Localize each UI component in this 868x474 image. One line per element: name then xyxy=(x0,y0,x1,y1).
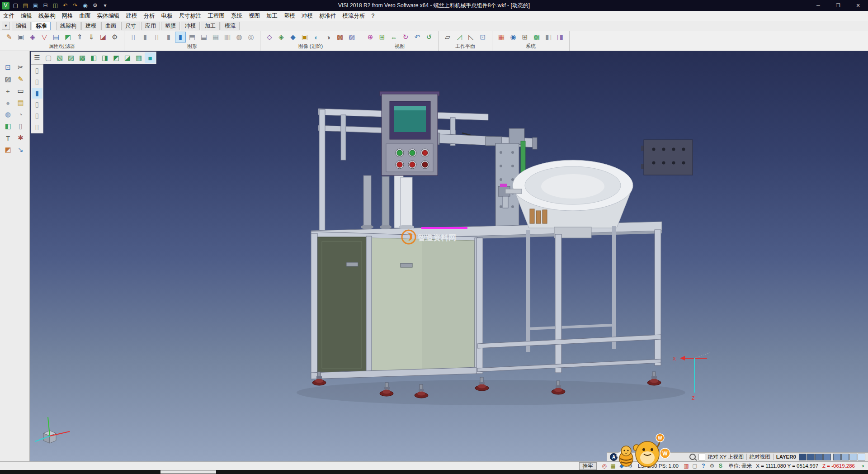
view-selector-box[interactable] xyxy=(698,454,705,460)
grid-settings-icon[interactable]: ▩ xyxy=(531,32,542,43)
pan-view-icon[interactable]: ⇔ xyxy=(388,32,399,43)
element-filter-icon[interactable]: ▽ xyxy=(39,32,50,43)
view-menu-icon[interactable]: ☰ xyxy=(32,52,42,63)
workplane-grid-icon[interactable]: ◨ xyxy=(555,32,566,43)
zoom-window-icon[interactable]: ⊞ xyxy=(377,32,387,43)
new-file-icon[interactable]: ▢ xyxy=(12,2,19,9)
render-material-icon[interactable]: ▩ xyxy=(335,32,345,43)
render-transparent-icon[interactable]: ◐ xyxy=(311,32,322,43)
match-properties-icon[interactable]: ◈ xyxy=(27,32,38,43)
menu-item[interactable]: 曲面 xyxy=(76,11,94,21)
render-status-icon[interactable]: ◑ xyxy=(859,462,866,469)
blank-element-icon[interactable]: ▯ xyxy=(128,32,139,43)
unblank-element-icon[interactable]: ▮ xyxy=(140,32,151,43)
workplane-align-icon[interactable]: ◺ xyxy=(466,32,476,43)
view-left-icon[interactable]: ◧ xyxy=(88,52,99,63)
shade-element-icon[interactable]: ◍ xyxy=(234,32,245,43)
color-filter-icon[interactable]: ◩ xyxy=(62,32,73,43)
zoom-all-icon[interactable]: ⊕ xyxy=(365,32,376,43)
history-icon[interactable]: ◔ xyxy=(15,109,26,120)
pinned-view-1-icon[interactable]: ▯ xyxy=(32,65,42,76)
tab-surface[interactable]: 曲面 xyxy=(101,22,120,30)
trim-icon[interactable]: ✂ xyxy=(15,62,26,73)
preview-icon[interactable]: ◫ xyxy=(52,2,59,9)
tab-dimension[interactable]: 尺寸 xyxy=(121,22,140,30)
document-icon[interactable]: ▢ xyxy=(691,462,698,469)
menu-item[interactable]: 网格 xyxy=(59,11,76,21)
lock-toggle[interactable]: 拴牢 xyxy=(579,462,597,470)
sphere-icon[interactable]: ● xyxy=(3,97,14,108)
refresh-view-icon[interactable]: ↺ xyxy=(424,32,434,43)
workplane-toggle-icon[interactable]: ⊡ xyxy=(477,32,488,43)
render-hidden-line-icon[interactable]: ◈ xyxy=(276,32,287,43)
redo-icon[interactable]: ↷ xyxy=(71,2,79,9)
view-iso-icon[interactable]: ◪ xyxy=(122,52,133,63)
menu-item[interactable]: 模流分析 xyxy=(340,11,368,21)
select-previous-icon[interactable]: ⇑ xyxy=(74,32,85,43)
tab-modeling[interactable]: 建模 xyxy=(81,22,100,30)
search-icon[interactable] xyxy=(689,454,696,460)
view-back-icon[interactable]: ◨ xyxy=(99,52,110,63)
cube-icon[interactable]: ◧ xyxy=(3,121,14,132)
shaded-sphere-icon[interactable]: ◍ xyxy=(3,109,14,120)
layer-swatch[interactable] xyxy=(823,454,831,460)
copy-properties-icon[interactable]: ▣ xyxy=(15,32,26,43)
tab-standard[interactable]: 标准 xyxy=(32,22,51,30)
menu-item[interactable]: 视图 xyxy=(245,11,263,21)
qat-dropdown-icon[interactable]: ▾ xyxy=(101,2,109,9)
app-icon[interactable]: V xyxy=(2,2,9,9)
maximize-button[interactable]: ❐ xyxy=(828,0,848,11)
snap-grid-icon[interactable]: ▦ xyxy=(609,462,617,469)
move-layer-icon[interactable]: ⬒ xyxy=(187,32,198,43)
copy-layer-icon[interactable]: ⬓ xyxy=(198,32,209,43)
render-globe-icon[interactable]: ◉ xyxy=(508,32,519,43)
notes-icon[interactable]: ▤ xyxy=(15,97,26,108)
rotate-view-icon[interactable]: ↻ xyxy=(400,32,411,43)
tab-wireframe[interactable]: 线架构 xyxy=(56,22,80,30)
workplane-create-icon[interactable]: ◿ xyxy=(454,32,465,43)
menu-item[interactable]: 实体编辑 xyxy=(94,11,123,21)
pinned-view-5-icon[interactable]: ▯ xyxy=(32,110,42,121)
system-status-icon[interactable]: S xyxy=(717,462,724,469)
view-shaded-icon[interactable]: ■ xyxy=(145,52,156,63)
blank-all-icon[interactable]: ▯ xyxy=(151,32,162,43)
menu-item[interactable]: 标准件 xyxy=(316,11,340,21)
menu-item[interactable]: 冲模 xyxy=(298,11,316,21)
config-icon[interactable]: ⚙ xyxy=(708,462,716,469)
wireframe-element-icon[interactable]: ◎ xyxy=(245,32,256,43)
render-shaded-edges-icon[interactable]: ▣ xyxy=(299,32,310,43)
layer-swatch[interactable] xyxy=(815,454,823,460)
tab-machining[interactable]: 加工 xyxy=(201,22,220,30)
highlight-element-icon[interactable]: ▮ xyxy=(175,32,186,43)
save-icon[interactable]: ▣ xyxy=(32,2,39,9)
layer-swatch[interactable] xyxy=(833,454,841,460)
layer-swatch[interactable] xyxy=(841,454,849,460)
pinned-view-3-icon[interactable]: ▮ xyxy=(32,88,42,99)
tab-moldflow[interactable]: 模流 xyxy=(221,22,240,30)
view-axon-icon[interactable]: ▦ xyxy=(133,52,144,63)
snap-icon[interactable]: + xyxy=(3,85,14,96)
tab-mold[interactable]: 塑膜 xyxy=(161,22,180,30)
undo-icon[interactable]: ↶ xyxy=(61,2,69,9)
minimize-button[interactable]: ─ xyxy=(808,0,828,11)
menu-item[interactable]: 加工 xyxy=(263,11,281,21)
view-bottom-icon[interactable]: ◩ xyxy=(111,52,122,63)
pinned-view-2-icon[interactable]: ▯ xyxy=(32,76,42,87)
annotation-badge[interactable]: A xyxy=(610,453,618,461)
calculator-icon[interactable]: ⊞ xyxy=(519,32,530,43)
render-shadow-icon[interactable]: ◑ xyxy=(323,32,334,43)
view-front-icon[interactable]: ▨ xyxy=(66,52,76,63)
menu-item[interactable]: 分析 xyxy=(141,11,158,21)
tab-dropdown-button[interactable]: ▼ xyxy=(2,22,10,30)
select-next-icon[interactable]: ⇓ xyxy=(86,32,97,43)
menu-item[interactable]: 工程图 xyxy=(205,11,228,21)
view-right-icon[interactable]: ▩ xyxy=(77,52,88,63)
layer-swatch[interactable] xyxy=(849,454,857,460)
menu-item[interactable]: 文件 xyxy=(0,11,18,21)
layer-swatch[interactable] xyxy=(858,454,865,460)
status-settings-icon[interactable]: ⚙ xyxy=(627,462,634,469)
active-layer-name[interactable]: LAYER0 xyxy=(776,454,796,460)
ungroup-elements-icon[interactable]: ▥ xyxy=(222,32,233,43)
edit-properties-icon[interactable]: ✎ xyxy=(4,32,14,43)
sketch-icon[interactable]: ✎ xyxy=(15,74,26,85)
